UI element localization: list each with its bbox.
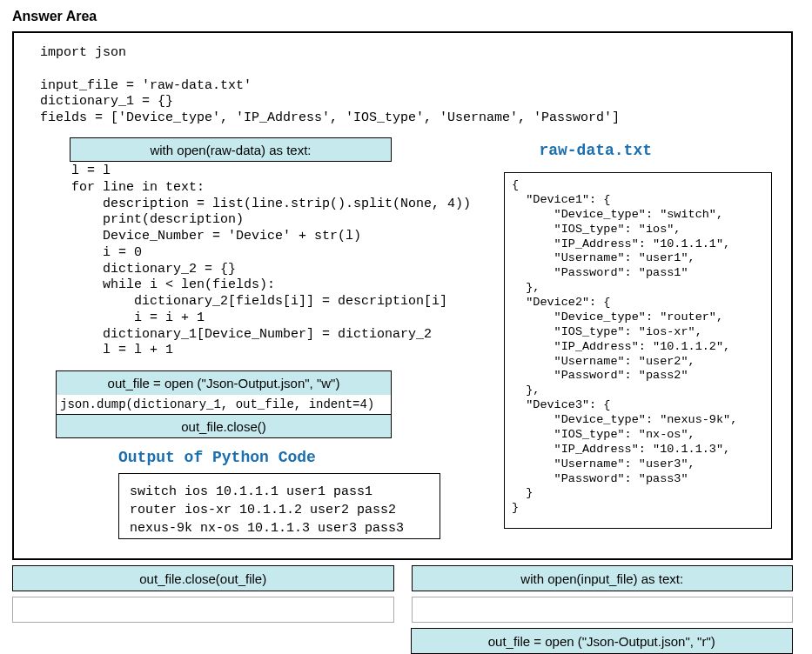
empty-slot-right[interactable]	[412, 597, 794, 623]
code-block-top: import json input_file = 'raw-data.txt' …	[40, 45, 620, 127]
drag-item-with-open-input[interactable]: with open(input_file) as text:	[412, 565, 794, 591]
code-block-mid: l = l for line in text: description = li…	[40, 164, 471, 359]
drop-slot-1[interactable]: with open(raw-data) as text:	[70, 137, 392, 162]
drop-slot-1-text: with open(raw-data) as text:	[150, 143, 311, 157]
raw-data-title: raw-data.txt	[539, 142, 652, 159]
drag-source-row-1: out_file.close(out_file) with open(input…	[12, 565, 793, 591]
python-output-box: switch ios 10.1.1.1 user1 pass1 router i…	[118, 473, 440, 539]
drop-slot-2-text: out_file = open ("Json-Output.json", "w"…	[108, 376, 340, 390]
empty-slot-left[interactable]	[12, 597, 394, 623]
raw-data-box: { "Device1": { "Device_type": "switch", …	[504, 172, 772, 529]
drag-item-text: out_file = open ("Json-Output.json", "r"…	[488, 634, 715, 649]
drag-item-text: with open(input_file) as text:	[520, 571, 683, 586]
drag-source-row-3: out_file = open ("Json-Output.json", "r"…	[12, 628, 793, 654]
drop-slot-3-text: out_file.close()	[181, 419, 266, 434]
json-dump-line: json.dump(dictionary_1, out_file, indent…	[56, 395, 392, 414]
drop-slot-3[interactable]: out_file.close()	[56, 414, 392, 438]
python-output-title: Output of Python Code	[118, 449, 316, 466]
answer-area-box: import json input_file = 'raw-data.txt' …	[12, 31, 793, 560]
drag-item-text: out_file.close(out_file)	[139, 571, 266, 586]
drag-source-row-2	[12, 597, 793, 623]
drag-item-close-outfile[interactable]: out_file.close(out_file)	[12, 565, 394, 591]
page-title: Answer Area	[12, 9, 800, 24]
drop-slot-2[interactable]: out_file = open ("Json-Output.json", "w"…	[56, 370, 392, 395]
drag-item-open-json-r[interactable]: out_file = open ("Json-Output.json", "r"…	[411, 628, 794, 654]
